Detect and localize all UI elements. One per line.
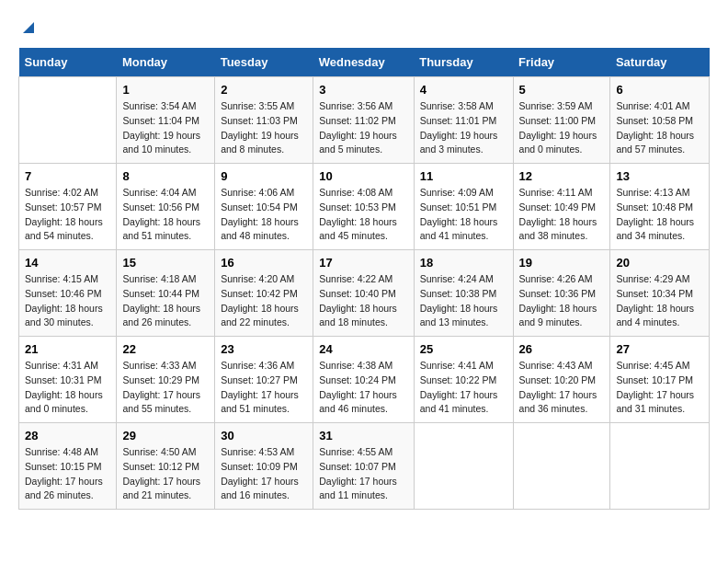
day-info: Sunrise: 4:11 AMSunset: 10:49 PMDaylight… [519, 186, 605, 244]
day-number: 25 [420, 342, 507, 356]
day-info: Sunrise: 4:02 AMSunset: 10:57 PMDaylight… [25, 186, 110, 244]
day-number: 5 [519, 83, 605, 97]
day-info: Sunrise: 4:04 AMSunset: 10:56 PMDaylight… [122, 186, 209, 244]
day-number: 21 [25, 342, 110, 356]
day-info: Sunrise: 4:01 AMSunset: 10:58 PMDaylight… [616, 99, 703, 157]
day-info: Sunrise: 3:54 AMSunset: 11:04 PMDaylight… [122, 99, 209, 157]
day-number: 28 [25, 429, 110, 442]
day-number: 4 [420, 83, 507, 97]
svg-marker-0 [23, 22, 34, 33]
header-cell-thursday: Thursday [414, 48, 513, 77]
calendar-cell: 17Sunrise: 4:22 AMSunset: 10:40 PMDaylig… [313, 250, 414, 337]
calendar-cell: 5Sunrise: 3:59 AMSunset: 11:00 PMDayligh… [513, 77, 610, 164]
calendar-cell: 18Sunrise: 4:24 AMSunset: 10:38 PMDaylig… [414, 250, 513, 337]
day-info: Sunrise: 4:41 AMSunset: 10:22 PMDaylight… [420, 359, 507, 417]
calendar-cell: 11Sunrise: 4:09 AMSunset: 10:51 PMDaylig… [414, 164, 513, 250]
week-row-3: 14Sunrise: 4:15 AMSunset: 10:46 PMDaylig… [19, 250, 710, 337]
header-cell-friday: Friday [513, 48, 610, 77]
calendar-table: SundayMondayTuesdayWednesdayThursdayFrid… [18, 48, 710, 510]
day-number: 30 [221, 429, 307, 442]
calendar-cell: 22Sunrise: 4:33 AMSunset: 10:29 PMDaylig… [117, 337, 215, 423]
logo-triangle-icon [20, 18, 37, 35]
day-number: 3 [319, 83, 407, 97]
calendar-cell: 14Sunrise: 4:15 AMSunset: 10:46 PMDaylig… [19, 250, 117, 337]
calendar-cell: 30Sunrise: 4:53 AMSunset: 10:09 PMDaylig… [215, 423, 313, 510]
day-info: Sunrise: 4:06 AMSunset: 10:54 PMDaylight… [221, 186, 307, 244]
day-info: Sunrise: 4:20 AMSunset: 10:42 PMDaylight… [221, 272, 307, 330]
header-cell-saturday: Saturday [610, 48, 710, 77]
day-info: Sunrise: 4:24 AMSunset: 10:38 PMDaylight… [420, 272, 507, 330]
day-number: 26 [519, 342, 605, 356]
day-info: Sunrise: 4:26 AMSunset: 10:36 PMDaylight… [519, 272, 605, 330]
day-info: Sunrise: 4:55 AMSunset: 10:07 PMDaylight… [319, 445, 407, 503]
calendar-cell: 9Sunrise: 4:06 AMSunset: 10:54 PMDayligh… [215, 164, 313, 250]
page-header [18, 18, 710, 39]
calendar-cell: 31Sunrise: 4:55 AMSunset: 10:07 PMDaylig… [313, 423, 414, 510]
day-info: Sunrise: 4:38 AMSunset: 10:24 PMDaylight… [319, 359, 407, 417]
day-info: Sunrise: 4:50 AMSunset: 10:12 PMDaylight… [122, 445, 209, 503]
day-number: 16 [221, 256, 307, 270]
calendar-cell: 1Sunrise: 3:54 AMSunset: 11:04 PMDayligh… [117, 77, 215, 164]
week-row-1: 1Sunrise: 3:54 AMSunset: 11:04 PMDayligh… [19, 77, 710, 164]
day-info: Sunrise: 4:43 AMSunset: 10:20 PMDaylight… [519, 359, 605, 417]
header-cell-wednesday: Wednesday [313, 48, 414, 77]
calendar-cell: 19Sunrise: 4:26 AMSunset: 10:36 PMDaylig… [513, 250, 610, 337]
calendar-cell: 24Sunrise: 4:38 AMSunset: 10:24 PMDaylig… [313, 337, 414, 423]
calendar-cell: 25Sunrise: 4:41 AMSunset: 10:22 PMDaylig… [414, 337, 513, 423]
day-number: 1 [122, 83, 209, 97]
calendar-cell: 21Sunrise: 4:31 AMSunset: 10:31 PMDaylig… [19, 337, 117, 423]
day-number: 14 [25, 256, 110, 270]
header-cell-monday: Monday [117, 48, 215, 77]
day-info: Sunrise: 4:08 AMSunset: 10:53 PMDaylight… [319, 186, 407, 244]
calendar-cell: 6Sunrise: 4:01 AMSunset: 10:58 PMDayligh… [610, 77, 710, 164]
day-number: 18 [420, 256, 507, 270]
day-info: Sunrise: 3:59 AMSunset: 11:00 PMDaylight… [519, 99, 605, 157]
day-info: Sunrise: 3:58 AMSunset: 11:01 PMDaylight… [420, 99, 507, 157]
day-info: Sunrise: 4:13 AMSunset: 10:48 PMDaylight… [616, 186, 703, 244]
calendar-cell [513, 423, 610, 510]
calendar-cell [414, 423, 513, 510]
day-number: 24 [319, 342, 407, 356]
day-number: 2 [221, 83, 307, 97]
day-info: Sunrise: 3:56 AMSunset: 11:02 PMDaylight… [319, 99, 407, 157]
calendar-cell: 13Sunrise: 4:13 AMSunset: 10:48 PMDaylig… [610, 164, 710, 250]
day-info: Sunrise: 4:45 AMSunset: 10:17 PMDaylight… [616, 359, 703, 417]
calendar-cell: 29Sunrise: 4:50 AMSunset: 10:12 PMDaylig… [117, 423, 215, 510]
calendar-cell: 3Sunrise: 3:56 AMSunset: 11:02 PMDayligh… [313, 77, 414, 164]
calendar-cell: 26Sunrise: 4:43 AMSunset: 10:20 PMDaylig… [513, 337, 610, 423]
week-row-5: 28Sunrise: 4:48 AMSunset: 10:15 PMDaylig… [19, 423, 710, 510]
day-number: 7 [25, 169, 110, 183]
calendar-cell: 2Sunrise: 3:55 AMSunset: 11:03 PMDayligh… [215, 77, 313, 164]
calendar-cell [610, 423, 710, 510]
header-cell-tuesday: Tuesday [215, 48, 313, 77]
day-info: Sunrise: 4:15 AMSunset: 10:46 PMDaylight… [25, 272, 110, 330]
calendar-cell: 12Sunrise: 4:11 AMSunset: 10:49 PMDaylig… [513, 164, 610, 250]
calendar-cell: 23Sunrise: 4:36 AMSunset: 10:27 PMDaylig… [215, 337, 313, 423]
day-number: 8 [122, 169, 209, 183]
day-info: Sunrise: 4:36 AMSunset: 10:27 PMDaylight… [221, 359, 307, 417]
day-number: 10 [319, 169, 407, 183]
day-info: Sunrise: 4:18 AMSunset: 10:44 PMDaylight… [122, 272, 209, 330]
day-number: 29 [122, 429, 209, 442]
day-info: Sunrise: 4:09 AMSunset: 10:51 PMDaylight… [420, 186, 507, 244]
calendar-cell [19, 77, 117, 164]
calendar-cell: 8Sunrise: 4:04 AMSunset: 10:56 PMDayligh… [117, 164, 215, 250]
day-info: Sunrise: 4:31 AMSunset: 10:31 PMDaylight… [25, 359, 110, 417]
day-info: Sunrise: 4:29 AMSunset: 10:34 PMDaylight… [616, 272, 703, 330]
day-number: 19 [519, 256, 605, 270]
day-number: 11 [420, 169, 507, 183]
header-cell-sunday: Sunday [19, 48, 117, 77]
calendar-cell: 10Sunrise: 4:08 AMSunset: 10:53 PMDaylig… [313, 164, 414, 250]
calendar-cell: 27Sunrise: 4:45 AMSunset: 10:17 PMDaylig… [610, 337, 710, 423]
week-row-2: 7Sunrise: 4:02 AMSunset: 10:57 PMDayligh… [19, 164, 710, 250]
calendar-cell: 7Sunrise: 4:02 AMSunset: 10:57 PMDayligh… [19, 164, 117, 250]
day-info: Sunrise: 4:48 AMSunset: 10:15 PMDaylight… [25, 445, 110, 503]
day-number: 23 [221, 342, 307, 356]
calendar-cell: 20Sunrise: 4:29 AMSunset: 10:34 PMDaylig… [610, 250, 710, 337]
day-number: 22 [122, 342, 209, 356]
day-info: Sunrise: 4:53 AMSunset: 10:09 PMDaylight… [221, 445, 307, 503]
day-number: 9 [221, 169, 307, 183]
day-number: 12 [519, 169, 605, 183]
calendar-cell: 28Sunrise: 4:48 AMSunset: 10:15 PMDaylig… [19, 423, 117, 510]
day-number: 6 [616, 83, 703, 97]
